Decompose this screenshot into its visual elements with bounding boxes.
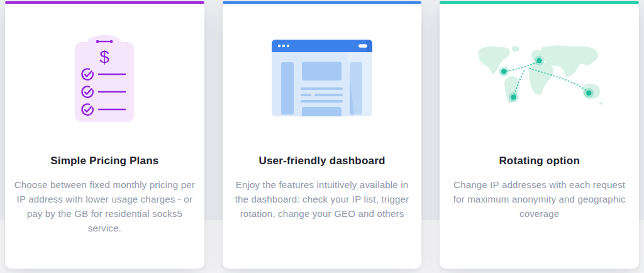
card-title: Rotating option bbox=[440, 154, 639, 167]
card-description: Change IP addresses with each request fo… bbox=[448, 177, 631, 221]
dashboard-browser-icon bbox=[272, 40, 372, 116]
card-rotating-option: Rotating option Change IP addresses with… bbox=[440, 1, 639, 269]
card-illustration bbox=[223, 1, 422, 154]
card-illustration: $ bbox=[5, 1, 204, 154]
card-description: Choose between fixed monthly pricing per… bbox=[13, 177, 196, 235]
card-accent-bar bbox=[5, 1, 204, 4]
feature-cards-row: $ bbox=[0, 0, 644, 269]
card-accent-bar bbox=[440, 1, 639, 4]
card-simple-pricing-plans: $ bbox=[5, 1, 204, 269]
svg-text:$: $ bbox=[100, 47, 110, 67]
pricing-clipboard-icon: $ bbox=[74, 33, 135, 123]
card-illustration bbox=[440, 1, 639, 154]
card-title: Simple Pricing Plans bbox=[5, 154, 204, 167]
card-description: Enjoy the features intuitively available… bbox=[230, 177, 414, 221]
rotating-world-map-icon bbox=[475, 44, 604, 111]
card-title: User-friendly dashboard bbox=[223, 154, 422, 167]
card-user-friendly-dashboard: User-friendly dashboard Enjoy the featur… bbox=[223, 1, 422, 269]
card-accent-bar bbox=[223, 1, 422, 4]
